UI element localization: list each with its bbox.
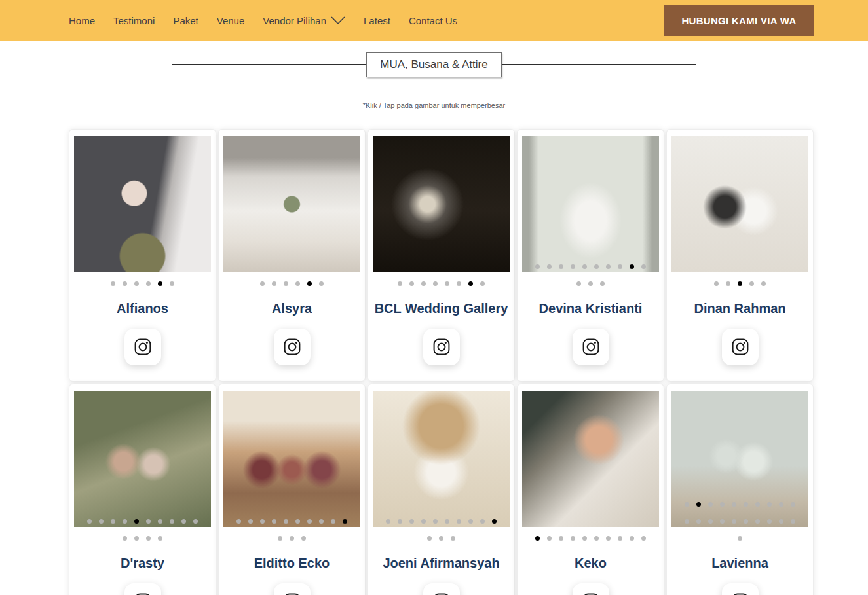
instagram-button[interactable] [124, 329, 161, 365]
carousel-dot[interactable] [146, 281, 151, 286]
carousel-dot[interactable] [123, 281, 127, 286]
carousel-dot[interactable] [111, 281, 115, 286]
carousel-dot[interactable] [284, 281, 288, 286]
carousel-dot[interactable] [755, 519, 760, 524]
carousel-dot[interactable] [427, 536, 432, 541]
carousel-dot[interactable] [468, 281, 473, 286]
instagram-button[interactable] [722, 329, 759, 365]
carousel-dot[interactable] [744, 519, 748, 524]
vendor-photo[interactable] [522, 391, 659, 527]
carousel-dot[interactable] [791, 519, 795, 524]
carousel-dot[interactable] [571, 264, 575, 269]
carousel-dot[interactable] [451, 536, 455, 541]
carousel-dot[interactable] [732, 502, 736, 507]
whatsapp-contact-button[interactable]: HUBUNGI KAMI VIA WA [664, 5, 814, 36]
carousel-dot[interactable] [576, 281, 581, 286]
carousel-dot[interactable] [181, 519, 186, 524]
carousel-dot[interactable] [618, 264, 622, 269]
carousel-dot[interactable] [386, 519, 390, 524]
carousel-dot[interactable] [307, 281, 312, 286]
instagram-button[interactable] [274, 583, 311, 595]
carousel-dot[interactable] [301, 536, 306, 541]
carousel-dot[interactable] [535, 536, 540, 541]
carousel-dot[interactable] [158, 281, 162, 286]
carousel-dot[interactable] [708, 502, 713, 507]
carousel-dot[interactable] [409, 281, 414, 286]
carousel-dot[interactable] [726, 281, 730, 286]
carousel-dot[interactable] [618, 536, 622, 541]
carousel-dot[interactable] [600, 281, 605, 286]
carousel-dot[interactable] [284, 519, 288, 524]
carousel-dot[interactable] [170, 519, 174, 524]
carousel-dot[interactable] [738, 536, 742, 541]
carousel-dot[interactable] [755, 502, 760, 507]
carousel-dot[interactable] [582, 536, 587, 541]
carousel-dot[interactable] [331, 519, 335, 524]
carousel-dot[interactable] [559, 264, 563, 269]
carousel-dot[interactable] [260, 281, 265, 286]
carousel-dot[interactable] [87, 519, 92, 524]
carousel-dot[interactable] [594, 536, 599, 541]
carousel-dot[interactable] [547, 536, 552, 541]
carousel-dot[interactable] [134, 281, 139, 286]
carousel-dot[interactable] [343, 519, 347, 524]
carousel-dot[interactable] [158, 536, 162, 541]
instagram-button[interactable] [423, 329, 460, 365]
carousel-dot[interactable] [295, 281, 300, 286]
carousel-dot[interactable] [457, 519, 461, 524]
carousel-dot[interactable] [248, 519, 253, 524]
carousel-dot[interactable] [433, 281, 438, 286]
carousel-dot[interactable] [685, 502, 689, 507]
carousel-dot[interactable] [641, 536, 646, 541]
carousel-dot[interactable] [193, 519, 198, 524]
carousel-dot[interactable] [398, 281, 402, 286]
carousel-dot[interactable] [421, 519, 426, 524]
nav-item-contact-us[interactable]: Contact Us [409, 15, 457, 26]
carousel-dot[interactable] [720, 519, 725, 524]
instagram-button[interactable] [423, 583, 460, 595]
carousel-dot[interactable] [445, 281, 449, 286]
carousel-dot[interactable] [319, 281, 324, 286]
carousel-dot[interactable] [588, 281, 593, 286]
carousel-dot[interactable] [641, 264, 646, 269]
carousel-dot[interactable] [732, 519, 736, 524]
vendor-photo[interactable] [223, 391, 360, 527]
carousel-dot[interactable] [761, 281, 766, 286]
carousel-dot[interactable] [307, 519, 312, 524]
carousel-dot[interactable] [319, 519, 324, 524]
instagram-button[interactable] [274, 329, 311, 365]
carousel-dot[interactable] [398, 519, 402, 524]
carousel-dot[interactable] [99, 519, 104, 524]
instagram-button[interactable] [124, 583, 161, 595]
carousel-dot[interactable] [480, 519, 485, 524]
vendor-photo[interactable] [373, 136, 510, 272]
carousel-dot[interactable] [236, 519, 241, 524]
vendor-photo[interactable] [74, 136, 211, 272]
carousel-dot[interactable] [111, 519, 115, 524]
carousel-dot[interactable] [685, 519, 689, 524]
carousel-dot[interactable] [779, 519, 783, 524]
instagram-button[interactable] [573, 583, 609, 595]
carousel-dot[interactable] [295, 519, 300, 524]
carousel-dot[interactable] [170, 281, 174, 286]
carousel-dot[interactable] [779, 502, 783, 507]
carousel-dot[interactable] [278, 536, 282, 541]
carousel-dot[interactable] [535, 264, 540, 269]
nav-item-latest[interactable]: Latest [364, 15, 390, 26]
carousel-dot[interactable] [433, 519, 438, 524]
carousel-dot[interactable] [468, 519, 473, 524]
carousel-dot[interactable] [439, 536, 443, 541]
nav-item-paket[interactable]: Paket [173, 15, 198, 26]
carousel-dot[interactable] [123, 536, 127, 541]
carousel-dot[interactable] [767, 519, 772, 524]
carousel-dot[interactable] [696, 519, 701, 524]
carousel-dot[interactable] [457, 281, 461, 286]
carousel-dot[interactable] [272, 519, 276, 524]
vendor-photo[interactable] [671, 136, 808, 272]
carousel-dot[interactable] [571, 536, 575, 541]
nav-item-testimoni[interactable]: Testimoni [113, 15, 155, 26]
carousel-dot[interactable] [260, 519, 265, 524]
carousel-dot[interactable] [409, 519, 414, 524]
carousel-dot[interactable] [290, 536, 294, 541]
instagram-button[interactable] [722, 583, 759, 595]
